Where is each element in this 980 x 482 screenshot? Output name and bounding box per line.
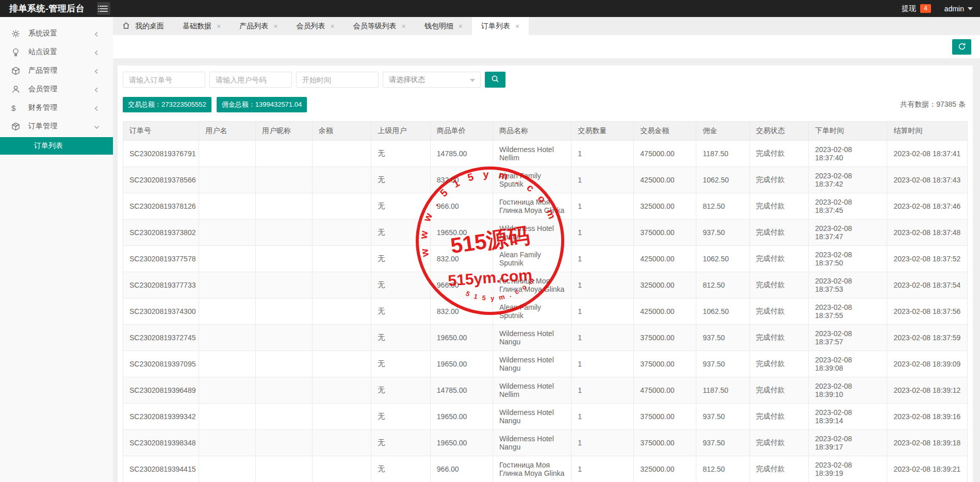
sidebar-item-label: 订单管理: [28, 122, 57, 131]
table-cell: 2023-02-08 18:37:50: [809, 246, 887, 272]
tab-4[interactable]: 会员列表×: [287, 17, 344, 35]
hamburger-menu-icon[interactable]: [97, 2, 110, 15]
sidebar-item-4[interactable]: 会员管理: [0, 80, 113, 98]
table-cell: 2023-02-08 18:39:21: [887, 456, 968, 482]
table-cell: 937.50: [696, 351, 749, 377]
sidebar-item-2[interactable]: 站点设置: [0, 43, 113, 61]
close-icon[interactable]: ×: [330, 22, 334, 30]
dollar-icon: $: [11, 104, 20, 112]
refresh-button[interactable]: [952, 39, 971, 55]
user-menu[interactable]: admin: [944, 5, 973, 13]
table-cell: 无: [371, 325, 431, 351]
tab-6[interactable]: 钱包明细×: [415, 17, 472, 35]
close-icon[interactable]: ×: [515, 22, 519, 30]
close-icon[interactable]: ×: [217, 22, 221, 30]
table-cell: 375000.00: [634, 430, 696, 456]
table-cell: 1: [571, 272, 634, 298]
table-cell: 2023-02-08 18:39:12: [887, 377, 968, 404]
tab-label: 会员列表: [296, 22, 325, 31]
table-cell: 2023-02-08 18:39:14: [809, 404, 887, 430]
tab-3[interactable]: 产品列表×: [230, 17, 287, 35]
commission-total-button[interactable]: 佣金总额：1399432571.04: [217, 97, 307, 112]
withdraw-menu[interactable]: 提现 4: [902, 4, 931, 13]
table-cell: 完成付款: [749, 246, 809, 272]
order-number-input[interactable]: [123, 72, 205, 88]
table-cell: 1: [571, 430, 634, 456]
table-cell: 无: [371, 377, 431, 404]
search-icon: [491, 75, 499, 85]
table-cell: SC23020819378126: [123, 193, 199, 220]
table-cell: [256, 325, 313, 351]
table-row: SC23020819394415无966.00Гостиница Моя Гли…: [123, 456, 968, 482]
table-cell: 375000.00: [634, 220, 696, 246]
tab-label: 钱包明细: [424, 22, 453, 31]
toolbar: [113, 35, 980, 58]
close-icon[interactable]: ×: [459, 22, 463, 30]
table-cell: 无: [371, 272, 431, 298]
table-cell: 2023-02-08 18:39:10: [809, 377, 887, 404]
table-cell: 完成付款: [749, 404, 809, 430]
table-cell: 2023-02-08 18:37:59: [887, 325, 968, 351]
tab-label: 会员等级列表: [353, 22, 397, 31]
sidebar-subitem-active[interactable]: 订单列表: [0, 137, 113, 155]
table-cell: Wilderness Hotel Nangu: [493, 430, 571, 456]
sidebar-item-1[interactable]: 系统设置: [0, 24, 113, 43]
tab-2[interactable]: 基础数据×: [173, 17, 230, 35]
column-header: 订单号: [123, 122, 199, 141]
table-cell: [312, 325, 371, 351]
app-title: 排单系统-管理后台: [9, 0, 85, 17]
close-icon[interactable]: ×: [273, 22, 277, 30]
sidebar-item-6[interactable]: 订单管理: [0, 117, 113, 136]
table-row: SC23020819372745无19650.00Wilderness Hote…: [123, 325, 968, 351]
table-cell: [199, 167, 256, 193]
sidebar-item-5[interactable]: $财务管理: [0, 98, 113, 117]
table-cell: 无: [371, 298, 431, 325]
table-row: SC23020819376791无14785.00Wilderness Hote…: [123, 141, 968, 167]
table-cell: [312, 220, 371, 246]
chevron-down-icon: [94, 123, 100, 129]
column-header: 结算时间: [887, 122, 968, 141]
search-button[interactable]: [485, 72, 505, 88]
table-cell: 19650.00: [430, 325, 493, 351]
table-cell: 2023-02-08 18:37:54: [887, 272, 968, 298]
table-cell: 1: [571, 298, 634, 325]
trade-total-button[interactable]: 交易总额：273223505552: [123, 97, 211, 112]
tab-1[interactable]: 我的桌面: [113, 17, 173, 35]
table-cell: 2023-02-08 18:39:16: [887, 404, 968, 430]
table-cell: 2023-02-08 18:37:45: [809, 193, 887, 220]
status-select[interactable]: 请选择状态: [383, 72, 481, 88]
table-cell: [312, 167, 371, 193]
table-row: SC23020819378126无966.00Гостиница Моя Гли…: [123, 193, 968, 220]
table-cell: 无: [371, 220, 431, 246]
user-number-input[interactable]: [209, 72, 292, 88]
sidebar-item-3[interactable]: 产品管理: [0, 61, 113, 80]
user-icon: [11, 85, 20, 94]
column-header: 商品名称: [493, 122, 571, 141]
table-cell: 1062.50: [696, 167, 749, 193]
table-cell: Wilderness Hotel Nangu: [493, 325, 571, 351]
table-cell: 1187.50: [696, 141, 749, 167]
table-cell: 832.00: [430, 246, 493, 272]
table-cell: 425000.00: [634, 167, 696, 193]
table-cell: 425000.00: [634, 298, 696, 325]
table-cell: Гостиница Моя Глинка Moya Glinka: [493, 272, 571, 298]
table-cell: 完成付款: [749, 220, 809, 246]
table-cell: 完成付款: [749, 325, 809, 351]
table-cell: [256, 404, 313, 430]
table-cell: 966.00: [430, 193, 493, 220]
tab-5[interactable]: 会员等级列表×: [344, 17, 415, 35]
tab-7[interactable]: 订单列表×: [472, 17, 529, 35]
package-icon: [11, 122, 20, 131]
table-cell: 832.00: [430, 298, 493, 325]
table-row: SC23020819377578无832.00Alean Family Sput…: [123, 246, 968, 272]
table-cell: 1: [571, 351, 634, 377]
withdraw-label: 提现: [902, 4, 916, 13]
table-cell: [256, 351, 313, 377]
column-header: 交易状态: [749, 122, 809, 141]
table-cell: 2023-02-08 18:37:47: [809, 220, 887, 246]
start-time-input[interactable]: [296, 72, 379, 88]
table-cell: 425000.00: [634, 246, 696, 272]
chevron-left-icon: [94, 30, 100, 36]
close-icon[interactable]: ×: [402, 22, 406, 30]
table-cell: 2023-02-08 18:37:57: [809, 325, 887, 351]
